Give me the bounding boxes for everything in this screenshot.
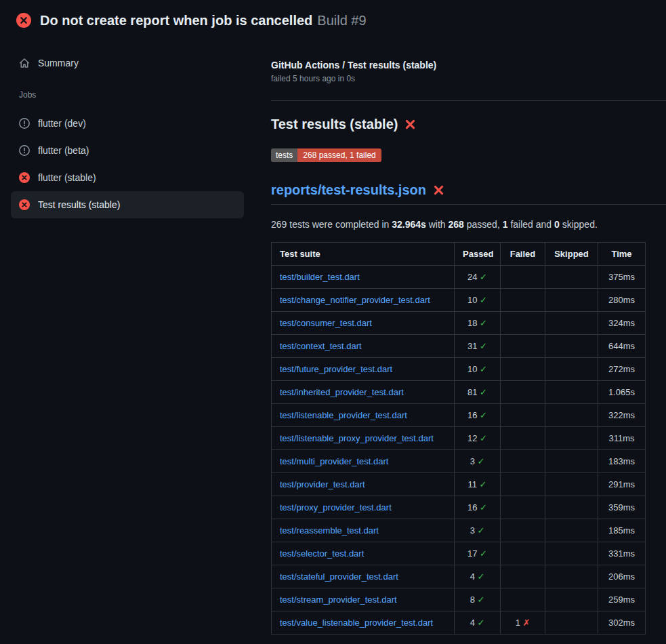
page-title: Do not create report when job is cancell…	[40, 12, 367, 29]
failed-cell	[501, 266, 545, 289]
table-row: test/selector_test.dart17 ✓331ms	[272, 542, 646, 565]
suite-cell: test/future_provider_test.dart	[272, 358, 455, 381]
suite-link[interactable]: test/inherited_provider_test.dart	[280, 387, 404, 397]
table-row: test/reassemble_test.dart3 ✓185ms	[272, 519, 646, 542]
suite-link[interactable]: test/provider_test.dart	[280, 479, 365, 489]
report-link[interactable]: reports/test-results.json	[271, 181, 426, 199]
suite-link[interactable]: test/listenable_provider_test.dart	[280, 410, 407, 420]
stop-circle-icon	[19, 145, 30, 156]
sidebar-item-label: flutter (beta)	[38, 145, 89, 156]
failed-cell	[501, 588, 545, 611]
suite-link[interactable]: test/listenable_proxy_provider_test.dart	[280, 433, 434, 443]
failed-cell	[501, 335, 545, 358]
suite-cell: test/change_notifier_provider_test.dart	[272, 289, 455, 312]
table-row: test/multi_provider_test.dart3 ✓183ms	[272, 450, 646, 473]
suite-link[interactable]: test/multi_provider_test.dart	[280, 456, 388, 466]
sidebar-item-flutter-stable[interactable]: flutter (stable)	[11, 164, 244, 191]
suite-cell: test/listenable_proxy_provider_test.dart	[272, 427, 455, 450]
badge-label: tests	[271, 148, 297, 162]
summary-text: failed and	[508, 219, 555, 230]
test-summary-line: 269 tests were completed in 32.964s with…	[271, 218, 666, 230]
suite-link[interactable]: test/stateful_provider_test.dart	[280, 571, 398, 582]
skipped-cell	[545, 611, 598, 635]
suite-link[interactable]: test/context_test.dart	[280, 341, 362, 351]
passed-cell: 10 ✓	[455, 289, 501, 312]
sidebar-item-label: flutter (stable)	[38, 172, 96, 183]
suite-link[interactable]: test/consumer_test.dart	[280, 318, 372, 328]
column-header-skipped: Skipped	[545, 243, 598, 266]
column-header-time: Time	[598, 243, 646, 266]
suite-cell: test/proxy_provider_test.dart	[272, 496, 455, 519]
passed-cell: 81 ✓	[455, 381, 501, 404]
x-circle-icon	[19, 199, 30, 210]
check-icon: ✓	[480, 433, 487, 443]
skipped-cell	[545, 312, 598, 335]
check-heading: Test results (stable)	[271, 115, 666, 134]
suite-link[interactable]: test/selector_test.dart	[280, 548, 364, 559]
suite-link[interactable]: test/stream_provider_test.dart	[280, 595, 397, 605]
skipped-cell	[545, 565, 598, 588]
check-icon: ✓	[480, 387, 487, 397]
x-icon	[404, 119, 416, 130]
table-row: test/stream_provider_test.dart8 ✓259ms	[272, 588, 646, 611]
sidebar-item-flutter-dev[interactable]: flutter (dev)	[11, 110, 244, 137]
failed-cell: 1 ✗	[501, 611, 545, 635]
time-cell: 644ms	[598, 335, 646, 358]
skipped-cell	[545, 335, 598, 358]
suite-cell: test/value_listenable_provider_test.dart	[272, 611, 455, 635]
time-cell: 375ms	[598, 266, 646, 289]
check-icon: ✓	[480, 364, 487, 374]
time-cell: 280ms	[598, 289, 646, 312]
sidebar-item-test-results-stable[interactable]: Test results (stable)	[11, 191, 244, 218]
failed-cell	[501, 565, 545, 588]
table-row: test/future_provider_test.dart10 ✓272ms	[272, 358, 646, 381]
passed-cell: 16 ✓	[455, 404, 501, 427]
failed-cell	[501, 312, 545, 335]
build-number: Build #9	[317, 13, 366, 28]
x-icon: ✗	[522, 618, 530, 628]
suite-link[interactable]: test/reassemble_test.dart	[280, 525, 379, 536]
test-results-table: Test suite Passed Failed Skipped Time te…	[271, 242, 646, 635]
failed-cell	[501, 496, 545, 519]
report-heading: reports/test-results.json	[271, 181, 666, 205]
passed-cell: 4 ✓	[455, 565, 501, 588]
table-row: test/builder_test.dart24 ✓375ms	[272, 266, 646, 289]
badge-value: 268 passed, 1 failed	[297, 148, 381, 162]
sidebar-item-summary[interactable]: Summary	[11, 50, 244, 76]
tests-badge: tests 268 passed, 1 failed	[271, 148, 381, 162]
suite-link[interactable]: test/proxy_provider_test.dart	[280, 502, 392, 512]
x-icon	[433, 184, 444, 196]
time-cell: 259ms	[598, 588, 646, 611]
suite-link[interactable]: test/value_listenable_provider_test.dart	[280, 618, 433, 628]
suite-cell: test/provider_test.dart	[272, 473, 455, 496]
table-row: test/listenable_provider_test.dart16 ✓32…	[272, 404, 646, 427]
summary-skipped-count: 0	[554, 219, 560, 230]
table-row: test/proxy_provider_test.dart16 ✓359ms	[272, 496, 646, 519]
table-header-row: Test suite Passed Failed Skipped Time	[272, 243, 646, 266]
column-header-test-suite: Test suite	[272, 243, 455, 266]
passed-cell: 12 ✓	[455, 427, 501, 450]
check-icon: ✓	[477, 525, 484, 536]
passed-cell: 10 ✓	[455, 358, 501, 381]
table-row: test/value_listenable_provider_test.dart…	[272, 611, 646, 635]
failed-cell	[501, 289, 545, 312]
suite-link[interactable]: test/change_notifier_provider_test.dart	[280, 295, 430, 305]
suite-link[interactable]: test/future_provider_test.dart	[280, 364, 392, 374]
sidebar-item-label: Test results (stable)	[38, 199, 120, 210]
skipped-cell	[545, 450, 598, 473]
table-row: test/inherited_provider_test.dart81 ✓1.0…	[272, 381, 646, 404]
passed-cell: 17 ✓	[455, 542, 501, 565]
x-circle-icon	[16, 13, 31, 28]
sidebar-item-flutter-beta[interactable]: flutter (beta)	[11, 137, 244, 164]
check-icon: ✓	[480, 341, 487, 351]
check-icon: ✓	[480, 272, 487, 282]
skipped-cell	[545, 266, 598, 289]
failed-cell	[501, 358, 545, 381]
suite-cell: test/consumer_test.dart	[272, 312, 455, 335]
skipped-cell	[545, 496, 598, 519]
failed-cell	[501, 427, 545, 450]
passed-cell: 11 ✓	[455, 473, 501, 496]
sidebar: Summary Jobs flutter (dev)	[0, 38, 255, 218]
suite-link[interactable]: test/builder_test.dart	[280, 272, 360, 282]
check-run-header: Do not create report when job is cancell…	[0, 0, 666, 38]
